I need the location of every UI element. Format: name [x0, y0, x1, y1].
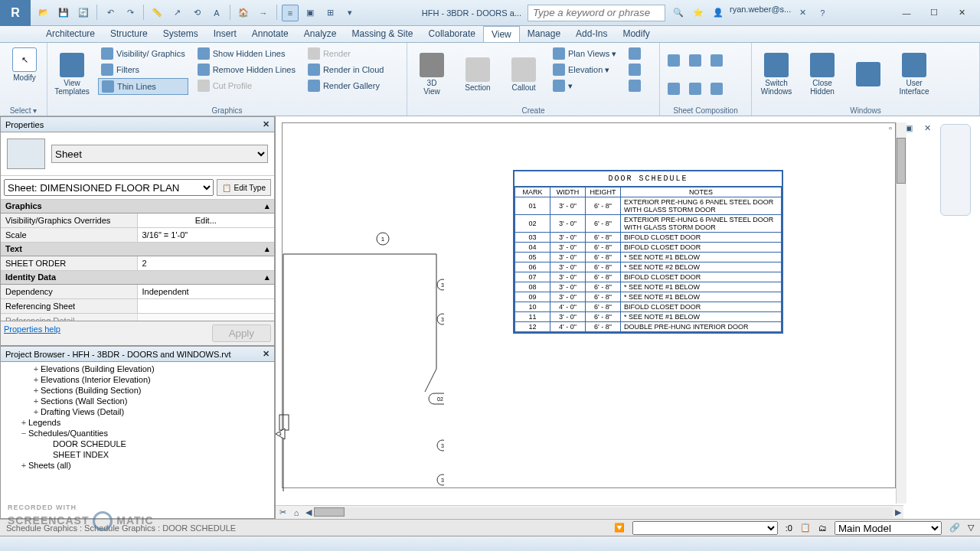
vertical-scrollbar[interactable] — [896, 122, 906, 504]
tree-item[interactable]: +Legends — [1, 417, 274, 428]
schedule-header[interactable]: HEIGHT — [586, 187, 621, 197]
show-hidden-lines-button[interactable]: Show Hidden Lines — [194, 46, 299, 61]
minimize-button[interactable]: — — [896, 5, 917, 21]
title-block-icon[interactable] — [707, 47, 726, 73]
table-row[interactable]: 073' - 0"6' - 8"BIFOLD CLOSET DOOR — [515, 272, 782, 282]
select-dropdown[interactable]: Select ▾ — [0, 106, 47, 116]
legend-icon[interactable] — [626, 62, 644, 77]
align-icon[interactable]: ↗ — [168, 5, 185, 21]
schedule-header[interactable]: NOTES — [621, 187, 782, 197]
callout-button[interactable]: Callout — [501, 44, 547, 104]
3d-view-button[interactable]: 3D View — [409, 44, 455, 104]
menu-structure[interactable]: Structure — [103, 26, 155, 42]
table-row[interactable]: 063' - 0"6' - 8"* SEE NOTE #2 BELOW — [515, 262, 782, 272]
menu-annotate[interactable]: Annotate — [244, 26, 296, 42]
sheet-order-value[interactable]: 2 — [138, 256, 275, 270]
worksets-select[interactable] — [632, 521, 778, 535]
menu-systems[interactable]: Systems — [155, 26, 206, 42]
close-button[interactable]: ✕ — [951, 5, 972, 21]
schedule-table[interactable]: MARKWIDTHHEIGHTNOTES013' - 0"6' - 8"EXTE… — [514, 187, 782, 332]
customize-icon[interactable]: ▾ — [341, 5, 358, 21]
user-interface-button[interactable]: User Interface — [891, 44, 937, 104]
sel-filter-icon[interactable]: ▽ — [968, 523, 974, 533]
table-row[interactable]: 043' - 0"6' - 8"BIFOLD CLOSET DOOR — [515, 243, 782, 253]
search-icon[interactable]: 🔍 — [670, 5, 687, 21]
text-icon[interactable]: A — [208, 5, 225, 21]
menu-collaborate[interactable]: Collaborate — [421, 26, 483, 42]
visibility-graphics-button[interactable]: Visibility/ Graphics — [98, 46, 188, 61]
schedule-header[interactable]: MARK — [515, 187, 550, 197]
table-row[interactable]: 023' - 0"6' - 8"EXTERIOR PRE-HUNG 6 PANE… — [515, 215, 782, 233]
remove-hidden-lines-button[interactable]: Remove Hidden Lines — [194, 62, 299, 77]
menu-insert[interactable]: Insert — [206, 26, 244, 42]
close-hidden-icon[interactable]: ▣ — [302, 5, 318, 21]
scale-value[interactable]: 3/16" = 1'-0" — [138, 228, 275, 242]
table-row[interactable]: 083' - 0"6' - 8"* SEE NOTE #1 BELOW — [515, 282, 782, 292]
cat-graphics[interactable]: Graphics — [5, 201, 42, 211]
properties-help-link[interactable]: Properties help — [4, 324, 60, 342]
filters-button[interactable]: Filters — [98, 62, 188, 77]
switch-win-icon[interactable]: ⊞ — [322, 5, 338, 21]
view-icon[interactable] — [686, 47, 704, 73]
menu-massingsite[interactable]: Massing & Site — [345, 26, 421, 42]
guide-grid-icon[interactable] — [686, 76, 704, 101]
key-icon[interactable]: ⭐ — [690, 5, 707, 21]
signout-icon[interactable]: ✕ — [794, 5, 811, 21]
tree-item[interactable]: SHEET INDEX — [1, 449, 274, 460]
measure-icon[interactable]: 📏 — [149, 5, 165, 21]
door-schedule[interactable]: DOOR SCHEDULE MARKWIDTHHEIGHTNOTES013' -… — [513, 170, 783, 334]
home-icon[interactable]: ⌂ — [289, 507, 303, 519]
cat-text[interactable]: Text — [5, 244, 22, 254]
plan-views-button[interactable]: Plan Views ▾ — [550, 46, 619, 61]
maximize-button[interactable]: ☐ — [923, 5, 945, 21]
tree-item[interactable]: +Sections (Wall Section) — [1, 396, 274, 406]
table-row[interactable]: 033' - 0"6' - 8"BIFOLD CLOSET DOOR — [515, 233, 782, 243]
apply-button[interactable]: Apply — [212, 324, 271, 342]
more-views-button[interactable]: ▾ — [550, 78, 619, 93]
redo-icon[interactable]: ↷ — [122, 5, 139, 21]
table-row[interactable]: 104' - 0"6' - 8"BIFOLD CLOSET DOOR — [515, 302, 782, 312]
table-row[interactable]: 013' - 0"6' - 8"EXTERIOR PRE-HUNG 6 PANE… — [515, 197, 782, 215]
section-button[interactable]: Section — [455, 44, 501, 104]
dimension-icon[interactable]: ⟲ — [188, 5, 205, 21]
browser-close-icon[interactable]: ✕ — [263, 349, 270, 359]
search-input[interactable] — [528, 5, 665, 21]
thin-lines-icon[interactable]: ≡ — [282, 5, 299, 21]
drawing-area[interactable]: 1 3 3 02 3 3 3 DOOR SCHEDULE MARKWIDTHHE… — [276, 116, 980, 519]
cat-identity[interactable]: Identity Data — [5, 272, 56, 282]
tree-item[interactable]: +Sections (Building Section) — [1, 385, 274, 396]
tile-icon[interactable] — [845, 44, 891, 104]
editable-icon[interactable]: 📋 — [800, 523, 811, 533]
tree-item[interactable]: −Schedules/Quantities — [1, 428, 274, 439]
table-row[interactable]: 124' - 0"6' - 8"DOUBLE PRE-HUNG INTERIOR… — [515, 322, 782, 332]
help-icon[interactable]: ? — [814, 5, 831, 21]
schedule-icon[interactable] — [626, 78, 644, 93]
filter-icon[interactable]: 🔽 — [614, 523, 625, 533]
table-row[interactable]: 113' - 0"6' - 8"* SEE NOTE #1 BELOW — [515, 312, 782, 322]
thin-lines-button[interactable]: Thin Lines — [98, 78, 188, 95]
floor-plan-view[interactable]: 1 3 3 02 3 3 3 — [276, 231, 444, 491]
open-icon[interactable]: 📂 — [35, 5, 52, 21]
render-gallery-button[interactable]: Render Gallery — [305, 78, 387, 93]
schedule-header[interactable]: WIDTH — [550, 187, 586, 197]
modify-button[interactable]: ↖ Modify — [2, 44, 47, 85]
duplicate-icon[interactable] — [626, 46, 644, 61]
properties-close-icon[interactable]: ✕ — [263, 119, 270, 129]
worksharing-icon[interactable]: 🗂 — [818, 523, 827, 533]
menu-architecture[interactable]: Architecture — [38, 26, 103, 42]
section-icon[interactable]: → — [255, 5, 272, 21]
table-row[interactable]: 053' - 0"6' - 8"* SEE NOTE #1 BELOW — [515, 253, 782, 262]
project-tree[interactable]: +Elevations (Building Elevation)+Elevati… — [1, 362, 274, 518]
view3d-icon[interactable]: 🏠 — [235, 5, 252, 21]
view-templates-button[interactable]: View Templates — [49, 44, 95, 104]
app-logo[interactable]: R — [0, 0, 31, 26]
scroll-right-icon[interactable]: ▶ — [893, 504, 903, 520]
tree-item[interactable]: DOOR SCHEDULE — [1, 439, 274, 449]
tree-item[interactable]: +Elevations (Interior Elevation) — [1, 374, 274, 385]
design-options-select[interactable]: Main Model — [835, 521, 942, 535]
instance-selector[interactable]: Sheet: DIMENSIONED FLOOR PLAN — [4, 179, 214, 196]
scroll-left-icon[interactable]: ◀ — [303, 504, 314, 520]
menu-manage[interactable]: Manage — [520, 26, 568, 42]
render-cloud-button[interactable]: Render in Cloud — [305, 62, 387, 77]
tree-item[interactable]: +Elevations (Building Elevation) — [1, 364, 274, 374]
